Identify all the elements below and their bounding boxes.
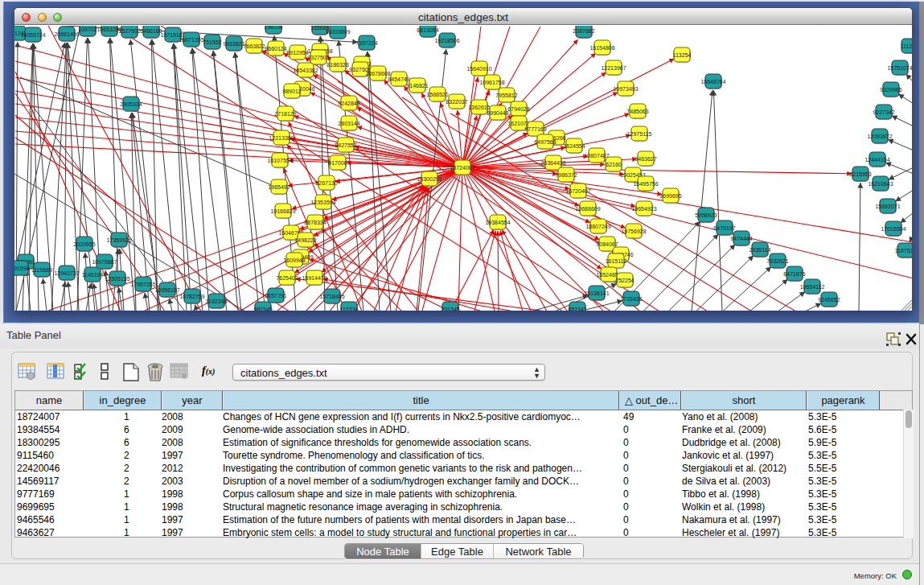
- svg-text:16107554: 16107554: [267, 158, 292, 163]
- svg-text:16671355: 16671355: [179, 37, 203, 43]
- svg-text:2803144: 2803144: [338, 121, 359, 126]
- svg-text:15718485: 15718485: [319, 294, 344, 299]
- svg-text:9663821: 9663821: [223, 41, 244, 47]
- svg-text:7986372: 7986372: [555, 172, 577, 178]
- svg-text:3624554: 3624554: [563, 143, 585, 149]
- svg-text:15720407: 15720407: [565, 188, 590, 194]
- svg-text:2905334: 2905334: [120, 101, 142, 107]
- svg-text:391594: 391594: [14, 266, 30, 271]
- svg-text:12353594: 12353594: [310, 200, 335, 205]
- svg-text:1615112: 1615112: [606, 258, 627, 264]
- svg-text:20691406: 20691406: [54, 31, 79, 37]
- svg-text:2087682: 2087682: [573, 28, 594, 34]
- svg-text:8267130: 8267130: [315, 180, 337, 186]
- svg-text:6497568: 6497568: [534, 139, 556, 145]
- svg-text:9242848: 9242848: [338, 101, 359, 106]
- svg-text:8660124: 8660124: [265, 46, 286, 51]
- svg-text:1965492: 1965492: [268, 184, 290, 190]
- svg-text:1115689: 1115689: [31, 267, 52, 273]
- svg-text:982345: 982345: [253, 307, 272, 311]
- svg-text:18724007: 18724007: [450, 165, 474, 171]
- svg-text:8912954: 8912954: [286, 50, 308, 56]
- svg-text:1527602: 1527602: [118, 28, 140, 34]
- svg-text:882341: 882341: [568, 307, 586, 311]
- svg-text:9777169: 9777169: [524, 126, 546, 132]
- svg-text:10958107: 10958107: [154, 287, 179, 293]
- svg-text:109702: 109702: [78, 27, 97, 32]
- svg-text:19384554: 19384554: [485, 220, 510, 225]
- svg-text:16495756: 16495756: [633, 181, 658, 187]
- svg-text:9699695: 9699695: [659, 193, 681, 199]
- svg-text:6794028: 6794028: [507, 106, 529, 112]
- svg-text:1167534: 1167534: [895, 248, 912, 253]
- svg-text:9245652: 9245652: [818, 297, 840, 303]
- svg-text:1498222: 1498222: [294, 237, 316, 243]
- svg-text:10961758: 10961758: [479, 80, 504, 85]
- svg-text:10807487: 10807487: [584, 153, 609, 159]
- svg-text:12213389: 12213389: [269, 135, 294, 141]
- svg-text:9463627: 9463627: [634, 156, 656, 162]
- svg-text:8878334: 8878334: [304, 220, 326, 225]
- svg-text:10654112: 10654112: [800, 284, 825, 290]
- svg-text:10973493: 10973493: [613, 86, 638, 92]
- svg-text:10975887: 10975887: [92, 259, 117, 265]
- svg-text:8990448: 8990448: [487, 110, 508, 116]
- svg-text:7485063: 7485063: [626, 109, 648, 114]
- svg-text:14055724: 14055724: [20, 32, 45, 38]
- svg-text:9227342: 9227342: [873, 109, 894, 115]
- svg-text:12942737: 12942737: [54, 270, 79, 276]
- svg-text:7625402: 7625402: [276, 275, 298, 281]
- svg-text:28678608: 28678608: [365, 71, 390, 76]
- svg-text:751552: 751552: [203, 39, 221, 45]
- svg-text:8322037: 8322037: [446, 99, 467, 105]
- svg-text:16543382: 16543382: [293, 68, 318, 73]
- svg-text:16648764: 16648764: [700, 79, 725, 84]
- svg-text:252254: 252254: [615, 278, 634, 283]
- svg-text:112334: 112334: [340, 307, 359, 311]
- svg-text:111245: 111245: [901, 43, 912, 49]
- svg-text:12505135: 12505135: [105, 276, 129, 282]
- svg-text:7632621: 7632621: [766, 258, 788, 264]
- svg-text:9084067: 9084067: [596, 241, 618, 247]
- svg-text:16210643: 16210643: [868, 181, 893, 187]
- svg-text:12444154: 12444154: [864, 157, 889, 163]
- svg-text:19218506: 19218506: [434, 38, 459, 43]
- svg-text:10688609: 10688609: [575, 206, 600, 212]
- svg-text:2935114: 2935114: [749, 247, 771, 253]
- svg-text:16914479: 16914479: [302, 275, 326, 281]
- svg-text:1733426: 1733426: [620, 296, 642, 302]
- svg-text:1192348: 1192348: [206, 299, 228, 304]
- svg-text:12975115: 12975115: [627, 131, 652, 137]
- svg-text:8215953: 8215953: [849, 171, 871, 177]
- svg-text:19166829: 19166829: [270, 208, 295, 214]
- svg-text:7955812: 7955812: [495, 93, 517, 98]
- svg-text:15692071: 15692071: [875, 204, 900, 209]
- svg-text:1609948: 1609948: [283, 257, 305, 263]
- svg-text:17016504: 17016504: [881, 226, 906, 232]
- svg-text:198234: 198234: [264, 26, 282, 30]
- svg-text:1145194: 1145194: [82, 272, 104, 278]
- svg-text:113254: 113254: [673, 52, 692, 58]
- svg-text:1621072: 1621072: [507, 121, 529, 126]
- svg-text:16782759: 16782759: [179, 294, 204, 299]
- svg-text:8454749: 8454749: [388, 76, 409, 82]
- svg-text:18807249: 18807249: [585, 224, 610, 229]
- svg-text:9146821: 9146821: [406, 83, 428, 89]
- svg-text:989012: 989012: [282, 89, 301, 94]
- svg-text:19654923: 19654923: [631, 206, 656, 212]
- svg-text:15751074: 15751074: [887, 65, 912, 71]
- svg-text:17957255: 17957255: [130, 282, 155, 287]
- svg-text:20364436: 20364436: [540, 160, 565, 166]
- svg-text:16154808: 16154808: [589, 45, 614, 51]
- svg-text:19756928: 19756928: [621, 229, 646, 234]
- svg-text:9657791: 9657791: [265, 293, 286, 299]
- svg-text:8471676: 8471676: [783, 271, 805, 277]
- svg-text:17359926: 17359926: [106, 237, 131, 243]
- svg-text:1588520: 1588520: [426, 92, 448, 97]
- svg-text:1362615: 1362615: [468, 105, 490, 110]
- svg-text:9327503: 9327503: [307, 55, 329, 60]
- svg-text:8813054: 8813054: [417, 27, 438, 33]
- svg-text:16033809: 16033809: [325, 29, 350, 35]
- svg-text:9474444: 9474444: [730, 236, 752, 241]
- svg-text:2718129: 2718129: [274, 111, 296, 117]
